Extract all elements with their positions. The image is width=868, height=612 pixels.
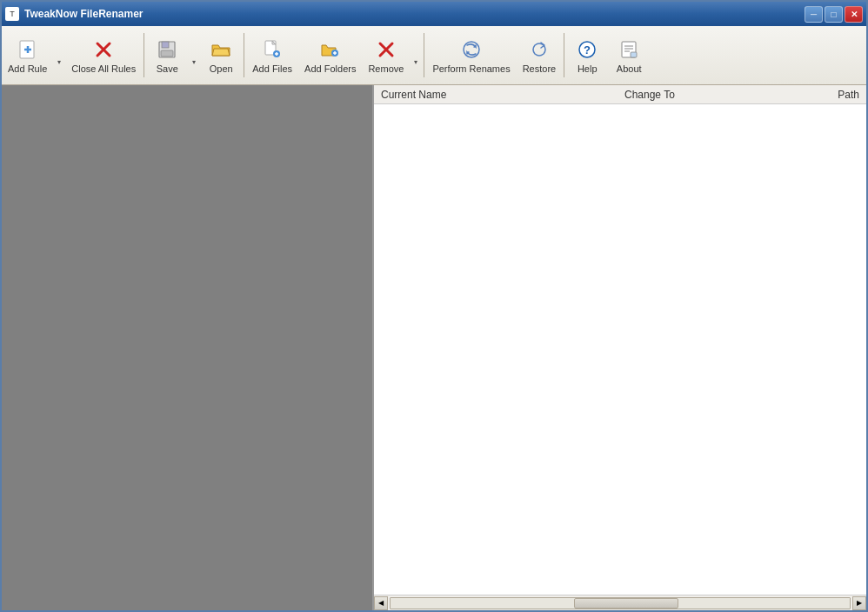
about-label: About [617, 63, 642, 74]
add-rule-dropdown[interactable]: ▾ [53, 30, 65, 81]
separator-1 [144, 33, 144, 77]
save-label: Save [157, 63, 178, 74]
file-list-panel: Current Name Change To Path ◀ ▶ [374, 85, 866, 610]
remove-label: Remove [368, 63, 404, 74]
col-header-current-name: Current Name [377, 89, 621, 101]
save-button[interactable]: Save [146, 30, 188, 81]
window-controls: ─ □ ✕ [805, 6, 863, 23]
separator-4 [564, 33, 564, 77]
toolbar: Add Rule ▾ Close All Rules [2, 26, 866, 85]
main-content: Current Name Change To Path ◀ ▶ [2, 85, 866, 610]
scroll-right-button[interactable]: ▶ [852, 596, 866, 610]
file-list-header: Current Name Change To Path [374, 85, 866, 104]
col-header-change-to: Change To [621, 89, 793, 101]
add-files-button[interactable]: Add Files [246, 30, 298, 81]
about-button[interactable]: About [608, 30, 650, 81]
svg-rect-7 [161, 50, 173, 57]
close-button[interactable]: ✕ [845, 6, 863, 23]
close-all-rules-icon [91, 37, 116, 62]
svg-rect-24 [631, 52, 637, 57]
minimize-button[interactable]: ─ [805, 6, 823, 23]
svg-rect-6 [162, 42, 169, 48]
file-list-body[interactable] [374, 104, 866, 595]
restore-button[interactable]: Restore [517, 30, 563, 81]
open-label: Open [210, 63, 233, 74]
restore-label: Restore [523, 63, 557, 74]
close-all-rules-label: Close All Rules [71, 63, 136, 74]
perform-renames-label: Perform Renames [432, 63, 510, 74]
remove-dropdown[interactable]: ▾ [410, 30, 422, 81]
add-folders-icon [318, 37, 343, 62]
rules-panel [2, 85, 374, 610]
add-rule-group: Add Rule ▾ [2, 30, 65, 81]
about-icon [617, 37, 641, 62]
add-folders-label: Add Folders [304, 63, 356, 74]
separator-3 [424, 33, 424, 77]
scrollbar-thumb[interactable] [574, 598, 678, 609]
scroll-left-button[interactable]: ◀ [374, 596, 388, 610]
col-header-path: Path [793, 89, 863, 101]
save-icon [155, 37, 179, 62]
remove-button[interactable]: Remove [362, 30, 410, 81]
svg-text:?: ? [584, 43, 591, 57]
add-files-label: Add Files [252, 63, 292, 74]
separator-2 [244, 33, 244, 77]
save-dropdown[interactable]: ▾ [188, 30, 200, 81]
maximize-button[interactable]: □ [825, 6, 843, 23]
open-button[interactable]: Open [200, 30, 242, 81]
add-rule-icon [16, 37, 40, 62]
remove-group: Remove ▾ [362, 30, 422, 81]
scrollbar-track[interactable] [390, 597, 851, 609]
title-bar: T TweakNow FileRenamer ─ □ ✕ [2, 2, 866, 26]
close-all-rules-button[interactable]: Close All Rules [65, 30, 142, 81]
open-icon [209, 37, 233, 62]
horizontal-scrollbar: ◀ ▶ [374, 595, 866, 610]
help-button[interactable]: ? Help [566, 30, 608, 81]
add-rule-button[interactable]: Add Rule [2, 30, 53, 81]
restore-icon [527, 37, 551, 62]
main-window: T TweakNow FileRenamer ─ □ ✕ Add Rule [0, 0, 868, 612]
perform-renames-icon [459, 37, 484, 62]
add-files-icon [260, 37, 284, 62]
help-label: Help [578, 63, 598, 74]
save-group: Save ▾ [146, 30, 200, 81]
help-icon: ? [575, 37, 599, 62]
add-folders-button[interactable]: Add Folders [298, 30, 362, 81]
app-title: TweakNow FileRenamer [24, 8, 799, 20]
app-icon: T [5, 7, 19, 21]
perform-renames-button[interactable]: Perform Renames [426, 30, 516, 81]
add-rule-label: Add Rule [8, 63, 47, 74]
remove-icon [374, 37, 398, 62]
